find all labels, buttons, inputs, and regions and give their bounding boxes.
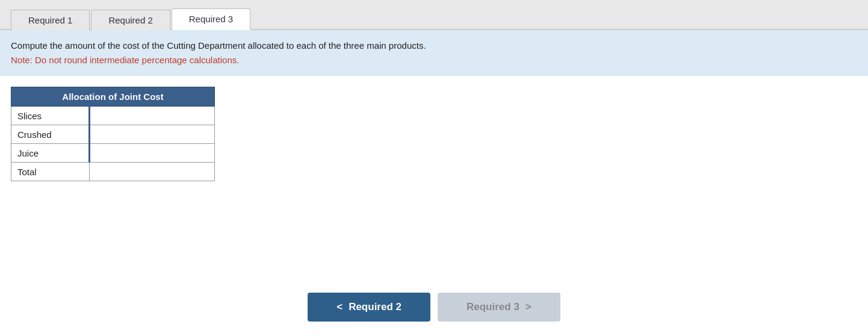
row-label-juice: Juice <box>11 144 90 163</box>
input-total[interactable] <box>90 163 214 181</box>
row-input-crushed[interactable] <box>90 125 215 144</box>
tab-required1[interactable]: Required 1 <box>11 10 90 30</box>
input-juice[interactable] <box>90 144 214 162</box>
page-wrapper: Required 1 Required 2 Required 3 Compute… <box>0 0 868 336</box>
prev-chevron-icon: < <box>336 301 343 313</box>
row-label-crushed: Crushed <box>11 125 90 144</box>
tab-required3[interactable]: Required 3 <box>172 8 250 30</box>
next-button[interactable]: Required 3 > <box>438 293 560 322</box>
input-crushed[interactable] <box>90 125 214 143</box>
tab-required2[interactable]: Required 2 <box>91 10 170 30</box>
row-input-juice[interactable] <box>90 144 215 163</box>
content-area: Allocation of Joint Cost Slices Crushed <box>0 76 868 276</box>
table-row: Juice <box>11 144 215 163</box>
instruction-main-text: Compute the amount of the cost of the Cu… <box>11 40 426 51</box>
allocation-table: Allocation of Joint Cost Slices Crushed <box>11 87 215 181</box>
prev-button-label: Required 2 <box>349 301 401 313</box>
row-label-slices: Slices <box>11 107 90 125</box>
row-input-total[interactable] <box>90 163 215 181</box>
instruction-note-text: Note: Do not round intermediate percenta… <box>11 55 239 65</box>
tabs-bar: Required 1 Required 2 Required 3 <box>0 0 868 30</box>
input-slices[interactable] <box>90 107 214 125</box>
table-row: Crushed <box>11 125 215 144</box>
instruction-box: Compute the amount of the cost of the Cu… <box>0 30 868 76</box>
table-row: Slices <box>11 107 215 125</box>
next-chevron-icon: > <box>525 301 532 313</box>
table-header: Allocation of Joint Cost <box>11 87 215 107</box>
footer-buttons: < Required 2 Required 3 > <box>0 276 868 336</box>
row-label-total: Total <box>11 163 90 181</box>
row-input-slices[interactable] <box>90 107 215 125</box>
next-button-label: Required 3 <box>467 301 519 313</box>
prev-button[interactable]: < Required 2 <box>308 293 430 322</box>
table-row: Total <box>11 163 215 181</box>
